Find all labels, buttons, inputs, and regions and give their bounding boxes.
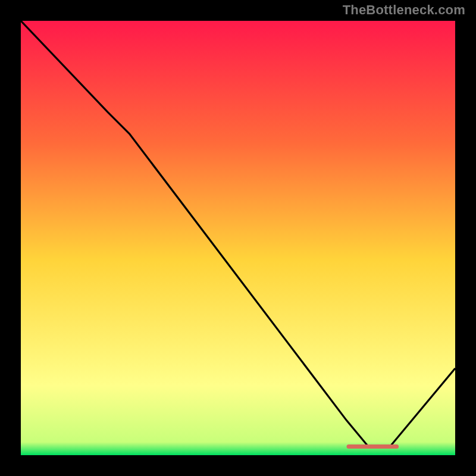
chart-svg — [21, 21, 455, 455]
plot-area — [21, 21, 455, 455]
optimal-range-marker — [347, 444, 399, 449]
chart-container: TheBottleneck.com — [0, 0, 476, 476]
attribution-text: TheBottleneck.com — [343, 2, 465, 18]
gradient-background — [21, 21, 455, 455]
